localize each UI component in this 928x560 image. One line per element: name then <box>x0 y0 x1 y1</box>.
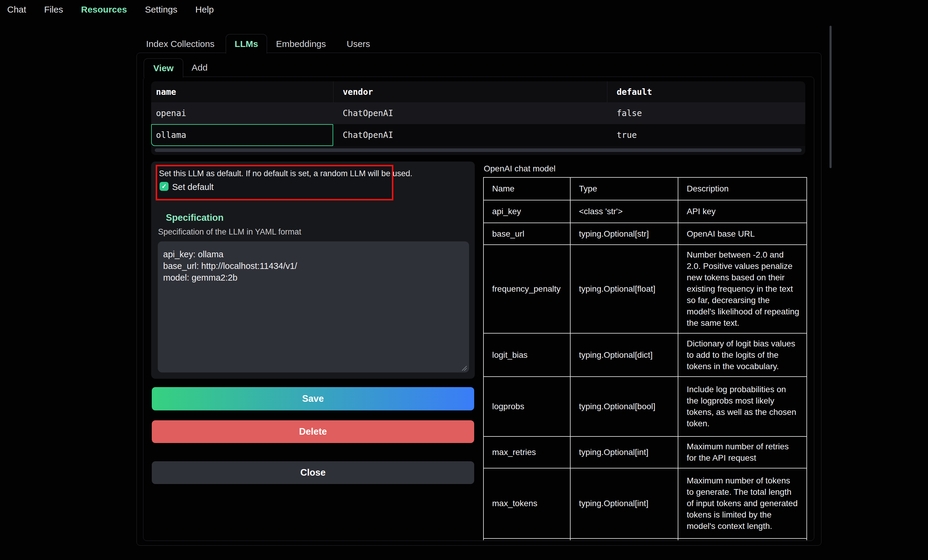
doc-cell-desc: OpenAI base URL <box>678 223 807 245</box>
cell-default: true <box>617 130 637 140</box>
app-window: Chat Files Resources Settings Help Index… <box>0 0 928 560</box>
doc-header-description: Description <box>678 177 807 200</box>
doc-cell-desc <box>678 539 807 540</box>
doc-row-partial <box>484 539 807 540</box>
model-doc-title: OpenAI chat model <box>484 164 556 173</box>
nav-item-settings[interactable]: Settings <box>145 3 177 16</box>
doc-header-row: Name Type Description <box>484 177 807 200</box>
header-name: name <box>156 87 176 97</box>
selected-cell-outline <box>151 124 333 146</box>
doc-row-logprobs: logprobs typing.Optional[bool] Include l… <box>484 377 807 437</box>
doc-cell-desc: Maximum number of tokens to generate. Th… <box>678 468 807 539</box>
subtab-view[interactable]: View <box>144 58 183 78</box>
horizontal-scrollbar[interactable] <box>155 148 802 152</box>
doc-cell-desc: Dictionary of logit bias values to add t… <box>678 333 807 377</box>
llm-table-header: name vendor default <box>151 81 805 102</box>
doc-row-logit-bias: logit_bias typing.Optional[dict] Diction… <box>484 333 807 377</box>
doc-header-type: Type <box>570 177 678 200</box>
nav-item-chat[interactable]: Chat <box>7 3 26 16</box>
doc-cell-name: max_retries <box>484 437 570 468</box>
doc-cell-type: typing.Optional[float] <box>570 245 678 333</box>
doc-cell-name: max_tokens <box>484 468 570 539</box>
header-vendor: vendor <box>343 87 373 97</box>
header-default: default <box>617 87 652 97</box>
doc-cell-name: base_url <box>484 223 570 245</box>
top-nav: Chat Files Resources Settings Help <box>7 3 214 16</box>
doc-row-frequency-penalty: frequency_penalty typing.Optional[float]… <box>484 245 807 333</box>
cell-vendor: ChatOpenAI <box>343 108 393 118</box>
doc-cell-name: frequency_penalty <box>484 245 570 333</box>
save-button[interactable]: Save <box>152 387 474 411</box>
specification-subtitle: Specification of the LLM in YAML format <box>158 227 301 237</box>
cell-name: openai <box>156 108 186 118</box>
model-doc-table: Name Type Description api_key <class 'st… <box>483 177 807 540</box>
doc-row-max-tokens: max_tokens typing.Optional[int] Maximum … <box>484 468 807 539</box>
doc-row-max-retries: max_retries typing.Optional[int] Maximum… <box>484 437 807 468</box>
doc-cell-type: typing.Optional[dict] <box>570 333 678 377</box>
nav-item-files[interactable]: Files <box>44 3 63 16</box>
doc-cell-type: typing.Optional[int] <box>570 437 678 468</box>
nav-item-help[interactable]: Help <box>195 3 214 16</box>
doc-cell-desc: Maximum number of retries for the API re… <box>678 437 807 468</box>
doc-cell-desc: API key <box>678 200 807 223</box>
table-row-openai[interactable]: openai ChatOpenAI false <box>151 102 805 124</box>
doc-cell-name: logprobs <box>484 377 570 437</box>
doc-cell-type: typing.Optional[int] <box>570 468 678 539</box>
tab-llms[interactable]: LLMs <box>226 34 267 53</box>
cell-default: false <box>617 108 642 118</box>
set-default-label: Set default <box>172 182 214 192</box>
llm-list-table: name vendor default openai ChatOpenAI fa… <box>151 81 805 155</box>
doc-header-name: Name <box>484 177 570 200</box>
doc-row-base-url: base_url typing.Optional[str] OpenAI bas… <box>484 223 807 245</box>
tab-users[interactable]: Users <box>346 38 370 50</box>
yaml-spec-textarea[interactable]: api_key: ollama base_url: http://localho… <box>158 241 469 373</box>
yaml-line: base_url: http://localhost:11434/v1/ <box>163 260 463 272</box>
doc-cell-desc: Include log probabilities on the logprob… <box>678 377 807 437</box>
doc-cell-type: typing.Optional[bool] <box>570 377 678 437</box>
checkmark-icon: ✓ <box>161 183 167 190</box>
subtab-view-label: View <box>153 63 174 73</box>
delete-button[interactable]: Delete <box>152 420 474 443</box>
close-button[interactable]: Close <box>152 461 474 484</box>
doc-cell-name <box>484 539 570 540</box>
resize-grip-icon[interactable] <box>461 365 467 371</box>
doc-row-api-key: api_key <class 'str'> API key <box>484 200 807 223</box>
llm-detail-panel: Set this LLM as default. If no default i… <box>151 161 475 379</box>
nav-item-resources[interactable]: Resources <box>81 3 127 16</box>
subtab-add[interactable]: Add <box>192 62 208 73</box>
doc-cell-type: typing.Optional[str] <box>570 223 678 245</box>
set-default-note: Set this LLM as default. If no default i… <box>159 169 412 178</box>
set-default-checkbox[interactable]: ✓ <box>160 182 168 191</box>
doc-cell-desc: Number between -2.0 and 2.0. Positive va… <box>678 245 807 333</box>
set-default-highlight: Set this LLM as default. If no default i… <box>156 165 393 201</box>
doc-cell-type <box>570 539 678 540</box>
doc-cell-type: <class 'str'> <box>570 200 678 223</box>
tab-index-collections[interactable]: Index Collections <box>146 38 214 50</box>
tab-llms-label: LLMs <box>235 39 258 49</box>
specification-title: Specification <box>166 212 224 223</box>
doc-cell-name: logit_bias <box>484 333 570 377</box>
yaml-line: model: gemma2:2b <box>163 272 463 284</box>
doc-cell-name: api_key <box>484 200 570 223</box>
vertical-scrollbar[interactable] <box>829 26 832 168</box>
tab-embeddings[interactable]: Embeddings <box>276 38 326 50</box>
cell-vendor: ChatOpenAI <box>343 130 393 140</box>
yaml-line: api_key: ollama <box>163 249 463 260</box>
